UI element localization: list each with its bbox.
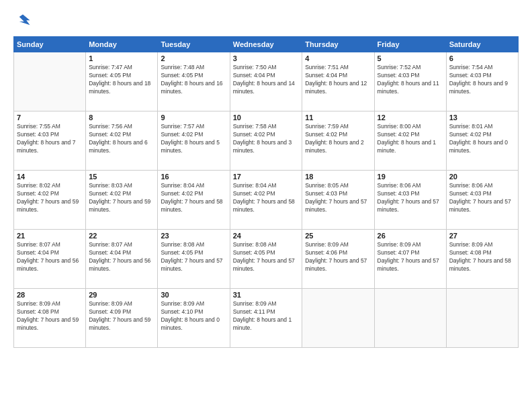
day-cell: 21Sunrise: 8:07 AM Sunset: 4:04 PM Dayli… [14,230,86,289]
week-row-2: 7Sunrise: 7:55 AM Sunset: 4:03 PM Daylig… [14,111,519,171]
day-number: 30 [161,291,226,299]
weekday-header-friday: Friday [374,37,446,52]
day-info: Sunrise: 8:08 AM Sunset: 4:05 PM Dayligh… [161,241,226,273]
day-info: Sunrise: 7:51 AM Sunset: 4:04 PM Dayligh… [305,64,371,96]
day-number: 7 [17,113,83,122]
day-info: Sunrise: 7:50 AM Sunset: 4:04 PM Dayligh… [233,64,299,96]
day-info: Sunrise: 8:07 AM Sunset: 4:04 PM Dayligh… [17,241,83,273]
day-number: 22 [89,232,154,240]
day-info: Sunrise: 7:57 AM Sunset: 4:02 PM Dayligh… [161,123,226,155]
day-number: 4 [305,54,371,62]
day-number: 23 [161,232,226,240]
day-cell: 14Sunrise: 8:02 AM Sunset: 4:02 PM Dayli… [14,171,86,230]
day-number: 26 [378,232,443,240]
day-info: Sunrise: 8:01 AM Sunset: 4:02 PM Dayligh… [449,123,515,155]
day-cell: 15Sunrise: 8:03 AM Sunset: 4:02 PM Dayli… [86,171,158,230]
weekday-header-wednesday: Wednesday [230,37,302,52]
week-row-4: 21Sunrise: 8:07 AM Sunset: 4:04 PM Dayli… [14,230,519,289]
day-number: 16 [161,173,226,181]
day-number: 13 [449,113,515,122]
day-cell: 24Sunrise: 8:08 AM Sunset: 4:05 PM Dayli… [230,230,302,289]
day-info: Sunrise: 8:02 AM Sunset: 4:02 PM Dayligh… [17,182,83,214]
day-number: 15 [89,173,154,181]
day-info: Sunrise: 8:09 AM Sunset: 4:08 PM Dayligh… [449,241,515,273]
day-number: 9 [161,113,226,122]
day-number: 3 [233,54,299,62]
day-info: Sunrise: 8:07 AM Sunset: 4:04 PM Dayligh… [89,241,154,273]
day-cell: 7Sunrise: 7:55 AM Sunset: 4:03 PM Daylig… [14,111,86,171]
day-info: Sunrise: 8:04 AM Sunset: 4:02 PM Dayligh… [233,182,299,214]
day-cell: 5Sunrise: 7:52 AM Sunset: 4:03 PM Daylig… [374,52,446,111]
weekday-header-monday: Monday [86,37,158,52]
calendar-page: SundayMondayTuesdayWednesdayThursdayFrid… [0,0,532,411]
header [13,12,519,31]
weekday-header-row: SundayMondayTuesdayWednesdayThursdayFrid… [14,37,519,52]
day-number: 12 [378,113,443,122]
day-info: Sunrise: 8:09 AM Sunset: 4:07 PM Dayligh… [378,241,443,273]
day-info: Sunrise: 8:06 AM Sunset: 4:03 PM Dayligh… [449,182,515,214]
day-cell: 16Sunrise: 8:04 AM Sunset: 4:02 PM Dayli… [158,171,230,230]
day-cell [302,289,374,348]
day-cell: 3Sunrise: 7:50 AM Sunset: 4:04 PM Daylig… [230,52,302,111]
day-number: 28 [17,291,83,299]
day-cell: 26Sunrise: 8:09 AM Sunset: 4:07 PM Dayli… [374,230,446,289]
day-info: Sunrise: 8:09 AM Sunset: 4:11 PM Dayligh… [233,300,299,332]
day-cell: 10Sunrise: 7:58 AM Sunset: 4:02 PM Dayli… [230,111,302,171]
week-row-1: 1Sunrise: 7:47 AM Sunset: 4:05 PM Daylig… [14,52,519,111]
day-number: 6 [449,54,515,62]
logo [13,12,34,31]
weekday-header-saturday: Saturday [446,37,518,52]
day-number: 19 [378,173,443,181]
day-info: Sunrise: 7:58 AM Sunset: 4:02 PM Dayligh… [233,123,299,155]
day-number: 14 [17,173,83,181]
day-number: 8 [89,113,154,122]
day-info: Sunrise: 8:05 AM Sunset: 4:03 PM Dayligh… [305,182,371,214]
day-cell: 19Sunrise: 8:06 AM Sunset: 4:03 PM Dayli… [374,171,446,230]
day-cell: 8Sunrise: 7:56 AM Sunset: 4:02 PM Daylig… [86,111,158,171]
day-number: 18 [305,173,371,181]
day-cell: 17Sunrise: 8:04 AM Sunset: 4:02 PM Dayli… [230,171,302,230]
day-info: Sunrise: 8:09 AM Sunset: 4:08 PM Dayligh… [17,300,83,332]
weekday-header-tuesday: Tuesday [158,37,230,52]
day-cell: 29Sunrise: 8:09 AM Sunset: 4:09 PM Dayli… [86,289,158,348]
weekday-header-sunday: Sunday [14,37,86,52]
day-cell: 22Sunrise: 8:07 AM Sunset: 4:04 PM Dayli… [86,230,158,289]
day-info: Sunrise: 7:47 AM Sunset: 4:05 PM Dayligh… [89,64,154,96]
day-info: Sunrise: 7:54 AM Sunset: 4:03 PM Dayligh… [449,64,515,96]
day-number: 21 [17,232,83,240]
day-cell: 31Sunrise: 8:09 AM Sunset: 4:11 PM Dayli… [230,289,302,348]
week-row-5: 28Sunrise: 8:09 AM Sunset: 4:08 PM Dayli… [14,289,519,348]
day-info: Sunrise: 8:00 AM Sunset: 4:02 PM Dayligh… [378,123,443,155]
day-info: Sunrise: 8:06 AM Sunset: 4:03 PM Dayligh… [378,182,443,214]
week-row-3: 14Sunrise: 8:02 AM Sunset: 4:02 PM Dayli… [14,171,519,230]
day-cell: 4Sunrise: 7:51 AM Sunset: 4:04 PM Daylig… [302,52,374,111]
day-cell: 20Sunrise: 8:06 AM Sunset: 4:03 PM Dayli… [446,171,518,230]
weekday-header-thursday: Thursday [302,37,374,52]
day-info: Sunrise: 8:09 AM Sunset: 4:06 PM Dayligh… [305,241,371,273]
day-cell [374,289,446,348]
day-cell: 13Sunrise: 8:01 AM Sunset: 4:02 PM Dayli… [446,111,518,171]
day-number: 20 [449,173,515,181]
day-cell: 9Sunrise: 7:57 AM Sunset: 4:02 PM Daylig… [158,111,230,171]
day-info: Sunrise: 7:55 AM Sunset: 4:03 PM Dayligh… [17,123,83,155]
day-info: Sunrise: 7:48 AM Sunset: 4:05 PM Dayligh… [161,64,226,96]
day-cell: 23Sunrise: 8:08 AM Sunset: 4:05 PM Dayli… [158,230,230,289]
day-number: 11 [305,113,371,122]
day-info: Sunrise: 7:59 AM Sunset: 4:02 PM Dayligh… [305,123,371,155]
day-cell: 18Sunrise: 8:05 AM Sunset: 4:03 PM Dayli… [302,171,374,230]
day-cell [446,289,518,348]
day-number: 5 [378,54,443,62]
logo-icon [13,12,32,31]
day-number: 31 [233,291,299,299]
day-cell: 2Sunrise: 7:48 AM Sunset: 4:05 PM Daylig… [158,52,230,111]
day-info: Sunrise: 8:03 AM Sunset: 4:02 PM Dayligh… [89,182,154,214]
day-number: 1 [89,54,154,62]
day-number: 25 [305,232,371,240]
day-cell: 25Sunrise: 8:09 AM Sunset: 4:06 PM Dayli… [302,230,374,289]
day-cell: 27Sunrise: 8:09 AM Sunset: 4:08 PM Dayli… [446,230,518,289]
day-info: Sunrise: 7:56 AM Sunset: 4:02 PM Dayligh… [89,123,154,155]
calendar-table: SundayMondayTuesdayWednesdayThursdayFrid… [13,36,519,348]
day-number: 17 [233,173,299,181]
day-info: Sunrise: 8:04 AM Sunset: 4:02 PM Dayligh… [161,182,226,214]
svg-marker-0 [19,15,30,26]
